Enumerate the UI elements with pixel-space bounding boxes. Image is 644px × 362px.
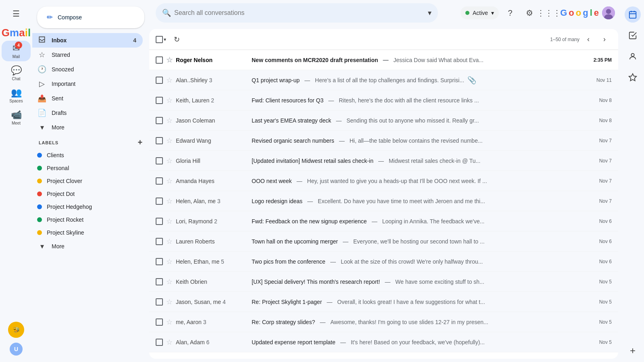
- star-button[interactable]: ☆: [166, 298, 173, 306]
- email-row[interactable]: ☆ Alan..Shirley 3 Q1 project wrap-up — H…: [149, 70, 618, 90]
- email-row[interactable]: ☆ Lauren Roberts Town hall on the upcomi…: [149, 231, 618, 252]
- prev-page-button[interactable]: ‹: [581, 32, 596, 47]
- nav-item-starred[interactable]: ☆ Starred: [32, 48, 143, 62]
- star-button[interactable]: ☆: [166, 136, 173, 145]
- sidebar-item-meet[interactable]: 📹 Meet: [2, 107, 31, 128]
- add-label-button[interactable]: +: [138, 138, 143, 147]
- project-clover-label: Project Clover: [47, 178, 82, 184]
- star-button[interactable]: ☆: [166, 116, 173, 125]
- email-checkbox[interactable]: [156, 218, 163, 225]
- sidebar-item-mail[interactable]: ✉ 4 Mail: [2, 41, 31, 61]
- email-subject: Town hall on the upcoming merger: [252, 238, 338, 245]
- label-item-project-clover[interactable]: Project Clover: [32, 175, 143, 187]
- star-button[interactable]: ☆: [166, 56, 173, 64]
- email-checkbox[interactable]: [156, 339, 163, 346]
- email-checkbox[interactable]: [156, 278, 163, 285]
- email-checkbox[interactable]: [156, 77, 163, 84]
- search-bar[interactable]: 🔍 ▾: [156, 3, 438, 23]
- label-item-project-skyline[interactable]: Project Skyline: [32, 226, 143, 239]
- email-checkbox[interactable]: [156, 318, 163, 326]
- email-row[interactable]: ☆ Amanda Hayes OOO next week — Hey, just…: [149, 171, 618, 191]
- email-checkbox[interactable]: [156, 298, 163, 306]
- email-checkbox[interactable]: [156, 238, 163, 245]
- star-button[interactable]: ☆: [166, 177, 173, 185]
- apps-button[interactable]: ⋮⋮⋮: [541, 5, 557, 21]
- email-checkbox[interactable]: [156, 198, 163, 205]
- help-button[interactable]: ?: [502, 5, 518, 21]
- email-row[interactable]: ☆ Lori, Raymond 2 Fwd: Feedback on the n…: [149, 211, 618, 231]
- email-row[interactable]: ☆ Gloria Hill [Updated invitation] Midwe…: [149, 151, 618, 171]
- star-button[interactable]: ☆: [166, 76, 173, 85]
- refresh-button[interactable]: ↻: [169, 32, 184, 47]
- email-row[interactable]: ☆ Jason Coleman Last year's EMEA strateg…: [149, 110, 618, 131]
- user-avatar[interactable]: [602, 6, 615, 19]
- labels-more-button[interactable]: ▾ More: [32, 239, 143, 254]
- email-row[interactable]: ☆ me, Aaron 3 Re: Corp strategy slides? …: [149, 312, 618, 332]
- email-checkbox[interactable]: [156, 177, 163, 185]
- nav-item-more[interactable]: ▾ More: [32, 120, 143, 135]
- sender-name: Alan..Shirley 3: [176, 77, 248, 83]
- nav-item-drafts[interactable]: 📄 Drafts: [32, 106, 143, 120]
- right-panel-calendar[interactable]: [625, 6, 641, 23]
- email-row[interactable]: ☆ Keith Obrien [UX] Special delivery! Th…: [149, 272, 618, 292]
- sidebar-item-chat[interactable]: 💬 Chat: [2, 63, 31, 83]
- email-row[interactable]: ☆ Helen, Alan, me 3 Logo redesign ideas …: [149, 191, 618, 211]
- dash: —: [297, 178, 302, 184]
- email-time: Nov 5: [584, 319, 612, 325]
- star-button[interactable]: ☆: [166, 237, 173, 246]
- email-row[interactable]: ☆ Edward Wang Revised organic search num…: [149, 131, 618, 151]
- right-panel-bookmark[interactable]: [625, 69, 641, 85]
- label-item-clients[interactable]: Clients: [32, 149, 143, 162]
- sidebar-item-spaces[interactable]: 👥 Spaces: [2, 85, 31, 106]
- email-checkbox[interactable]: [156, 97, 163, 104]
- search-dropdown-icon[interactable]: ▾: [428, 8, 431, 17]
- label-item-personal[interactable]: Personal: [32, 162, 143, 175]
- label-item-project-dot[interactable]: Project Dot: [32, 187, 143, 200]
- email-time: Nov 7: [584, 138, 612, 144]
- star-button[interactable]: ☆: [166, 156, 173, 165]
- star-button[interactable]: ☆: [166, 277, 173, 286]
- email-row[interactable]: ☆ Roger Nelson New comments on MCR2020 d…: [149, 50, 618, 70]
- email-checkbox[interactable]: [156, 157, 163, 164]
- star-button[interactable]: ☆: [166, 197, 173, 206]
- right-panel-tasks[interactable]: [625, 27, 641, 44]
- nav-item-snoozed[interactable]: 🕐 Snoozed: [32, 62, 143, 77]
- email-row[interactable]: ☆ Helen, Ethan, me 5 Two pics from the c…: [149, 252, 618, 272]
- select-all-container[interactable]: ▾: [156, 36, 166, 43]
- nav-item-sent[interactable]: 📤 Sent: [32, 91, 143, 106]
- dash: —: [340, 339, 346, 345]
- select-all-checkbox[interactable]: [156, 36, 163, 43]
- star-button[interactable]: ☆: [166, 318, 173, 327]
- star-button[interactable]: ☆: [166, 338, 173, 347]
- email-checkbox[interactable]: [156, 117, 163, 124]
- user-avatar-bottom[interactable]: U: [10, 343, 23, 356]
- settings-button[interactable]: ⚙: [521, 5, 538, 21]
- search-input[interactable]: [174, 9, 425, 17]
- emoji-avatar[interactable]: 🐝: [8, 322, 24, 338]
- right-panel-add[interactable]: +: [625, 343, 641, 359]
- email-checkbox[interactable]: [156, 258, 163, 265]
- hamburger-button[interactable]: ☰: [6, 4, 26, 23]
- email-snippet: Everyone, we'll be hosting our second to…: [353, 238, 485, 245]
- next-page-button[interactable]: ›: [597, 32, 612, 47]
- status-button[interactable]: Active ▾: [461, 6, 499, 19]
- pagination-info: 1–50 of many: [550, 37, 579, 42]
- label-item-project-rocket[interactable]: Project Rocket: [32, 213, 143, 226]
- email-row[interactable]: ☆ Alan, Adam 6 Updated expense report te…: [149, 332, 618, 352]
- email-checkbox[interactable]: [156, 56, 163, 64]
- compose-button[interactable]: ✏ Compose: [37, 6, 144, 28]
- right-panel-contacts[interactable]: [625, 48, 641, 64]
- nav-item-inbox[interactable]: Inbox 4: [32, 33, 143, 48]
- search-icon[interactable]: 🔍: [162, 8, 171, 17]
- select-dropdown-arrow[interactable]: ▾: [164, 37, 166, 42]
- star-button[interactable]: ☆: [166, 96, 173, 105]
- label-item-project-hedgehog[interactable]: Project Hedgehog: [32, 200, 143, 213]
- email-checkbox[interactable]: [156, 137, 163, 144]
- more-nav-icon: ▾: [37, 123, 47, 132]
- email-row[interactable]: ☆ Jason, Susan, me 4 Re: Project Skyligh…: [149, 292, 618, 312]
- dash: —: [339, 137, 345, 144]
- star-button[interactable]: ☆: [166, 217, 173, 226]
- nav-item-important[interactable]: ▷ Important: [32, 77, 143, 91]
- email-row[interactable]: ☆ Keith, Lauren 2 Fwd: Client resources …: [149, 90, 618, 110]
- star-button[interactable]: ☆: [166, 257, 173, 266]
